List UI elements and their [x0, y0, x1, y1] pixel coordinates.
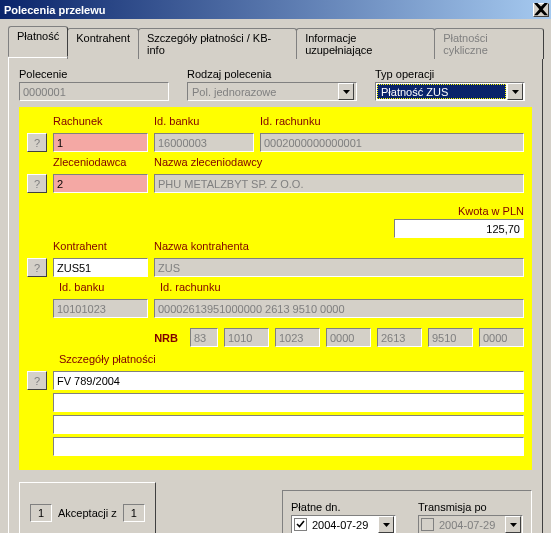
- idbanku1-label: Id. banku: [154, 115, 254, 127]
- nrb-6: [479, 328, 524, 347]
- nazwa-k-label: Nazwa kontrahenta: [154, 240, 524, 252]
- tab-cykliczne: Płatności cykliczne: [434, 28, 544, 59]
- akc-label: Akceptacji z: [58, 507, 117, 519]
- rodzaj-label: Rodzaj polecenia: [187, 68, 357, 80]
- chevron-down-icon: [505, 516, 521, 533]
- rachunek-label: Rachunek: [53, 115, 148, 127]
- typ-select[interactable]: Płatność ZUS: [375, 82, 525, 101]
- nrb-2: [275, 328, 320, 347]
- szczegoly-label: Szczegóły płatności: [59, 353, 156, 365]
- typ-label: Typ operacji: [375, 68, 525, 80]
- tab-platnosc[interactable]: Płatność: [8, 26, 68, 57]
- help-zlec-button[interactable]: ?: [27, 174, 47, 193]
- akc-n1: 1: [30, 504, 52, 522]
- tab-strip: Płatność Kontrahent Szczegóły płatności …: [8, 26, 543, 58]
- nazwa-zlec-label: Nazwa zleceniodawcy: [154, 156, 524, 168]
- nazwa-zlec-field: [154, 174, 524, 193]
- close-button[interactable]: [533, 3, 549, 17]
- chevron-down-icon: [507, 83, 523, 100]
- rodzaj-select[interactable]: Pol. jednorazowe: [187, 82, 357, 101]
- yellow-section-1: Rachunek Id. banku Id. rachunku ? Zlecen…: [19, 107, 532, 470]
- help-rachunek-button[interactable]: ?: [27, 133, 47, 152]
- idrach1-label: Id. rachunku: [260, 115, 524, 127]
- platne-date[interactable]: 2004-07-29: [291, 515, 396, 533]
- nrb-row: NRB: [27, 328, 524, 347]
- polecenie-label: Polecenie: [19, 68, 169, 80]
- nazwa-k-field: [154, 258, 524, 277]
- kontrahent-label: Kontrahent: [53, 240, 148, 252]
- chevron-down-icon: [338, 83, 354, 100]
- nrb-label: NRB: [154, 332, 178, 344]
- rachunek-input[interactable]: [53, 133, 148, 152]
- help-kontrahent-button[interactable]: ?: [27, 258, 47, 277]
- idbanku1-field: [154, 133, 254, 152]
- window-title: Polecenia przelewu: [4, 4, 533, 16]
- transmisja-label: Transmisja po: [418, 501, 523, 513]
- szczegoly-line-1[interactable]: [53, 371, 524, 390]
- zlec-input[interactable]: [53, 174, 148, 193]
- platne-label: Płatne dn.: [291, 501, 396, 513]
- help-szczegoly-button[interactable]: ?: [27, 371, 47, 390]
- tab-szczegoly[interactable]: Szczegóły płatności / KB-info: [138, 28, 297, 59]
- idrach1-field: [260, 133, 524, 152]
- kontrahent-input[interactable]: [53, 258, 148, 277]
- idrach2-field: [154, 299, 524, 318]
- nrb-1: [224, 328, 269, 347]
- idbanku2-field: [53, 299, 148, 318]
- szczegoly-line-4[interactable]: [53, 437, 524, 456]
- transmisja-date[interactable]: 2004-07-29: [418, 515, 523, 533]
- szczegoly-line-2[interactable]: [53, 393, 524, 412]
- tab-kontrahent[interactable]: Kontrahent: [67, 28, 139, 59]
- tab-panel: Polecenie Rodzaj polecenia Pol. jednoraz…: [8, 57, 543, 533]
- akceptacji-box: 1 Akceptacji z 1: [19, 482, 156, 533]
- polecenie-field: [19, 82, 169, 101]
- kwota-input[interactable]: [394, 219, 524, 238]
- check-icon: [294, 518, 307, 531]
- tab-info[interactable]: Informacje uzupełniające: [296, 28, 435, 59]
- checkbox-empty-icon: [421, 518, 434, 531]
- nrb-5: [428, 328, 473, 347]
- nrb-4: [377, 328, 422, 347]
- zlec-label: Zleceniodawca: [53, 156, 148, 168]
- chevron-down-icon: [378, 516, 394, 533]
- szczegoly-line-3[interactable]: [53, 415, 524, 434]
- kwota-label: Kwota w PLN: [458, 205, 524, 217]
- idrach2-label: Id. rachunku: [160, 281, 524, 293]
- nrb-3: [326, 328, 371, 347]
- idbanku2-label: Id. banku: [59, 281, 154, 293]
- nrb-0: [190, 328, 218, 347]
- akc-n2: 1: [123, 504, 145, 522]
